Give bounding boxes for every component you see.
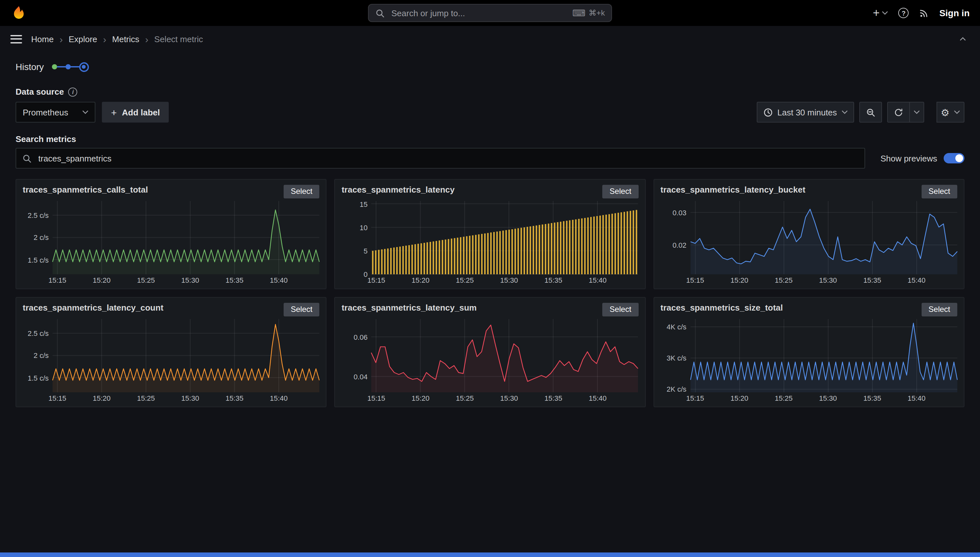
- datasource-label-row: Data source i: [16, 87, 964, 97]
- x-axis-labels: 15:1515:2015:2515:3015:3515:40: [52, 274, 320, 285]
- gear-icon: ⚙: [941, 107, 949, 117]
- time-range-picker[interactable]: Last 30 minutes: [757, 102, 854, 122]
- select-metric-button[interactable]: Select: [603, 303, 639, 316]
- breadcrumb-select-metric: Select metric: [154, 34, 203, 44]
- top-navbar: ⌨ ⌘+k + ? Sign in: [0, 0, 980, 26]
- add-label-text: Add label: [122, 107, 160, 117]
- select-metric-button[interactable]: Select: [284, 185, 320, 199]
- y-axis-labels: 2K c/s3K c/s4K c/s: [660, 319, 690, 392]
- grafana-logo[interactable]: [10, 5, 27, 21]
- info-icon[interactable]: i: [69, 87, 78, 96]
- global-search-input[interactable]: [390, 7, 567, 18]
- refresh-icon: [893, 107, 903, 117]
- metric-panel: traces_spanmetrics_latency_count Select …: [16, 297, 327, 407]
- plus-icon: +: [873, 7, 880, 19]
- breadcrumb-home[interactable]: Home: [31, 34, 54, 44]
- add-label-button[interactable]: + Add label: [102, 102, 169, 122]
- y-axis-labels: 1.5 c/s2 c/s2.5 c/s: [23, 319, 52, 392]
- show-previews-toggle[interactable]: [944, 153, 964, 163]
- history-node-current-icon[interactable]: [79, 62, 88, 72]
- zoom-out-time-button[interactable]: [859, 102, 882, 122]
- x-axis-labels: 15:1515:2015:2515:3015:3515:40: [690, 274, 957, 285]
- new-button[interactable]: +: [873, 7, 888, 19]
- datasource-picker[interactable]: Prometheus: [16, 102, 95, 122]
- time-controls: Last 30 minutes: [757, 102, 964, 122]
- time-range-label: Last 30 minutes: [777, 107, 837, 117]
- history-label: History: [16, 62, 44, 72]
- select-metric-button[interactable]: Select: [603, 185, 639, 199]
- settings-group: ⚙: [937, 102, 964, 122]
- select-metric-button[interactable]: Select: [921, 303, 957, 316]
- search-icon: [22, 153, 32, 163]
- y-axis-labels: 0.040.06: [342, 319, 372, 392]
- x-axis-labels: 15:1515:2015:2515:3015:3515:40: [690, 392, 957, 403]
- breadcrumb-separator-icon: ›: [145, 34, 148, 44]
- metrics-grid: traces_spanmetrics_calls_total Select 1.…: [16, 179, 964, 407]
- x-axis-labels: 15:1515:2015:2515:3015:3515:40: [372, 274, 639, 285]
- panel-title: traces_spanmetrics_latency_sum: [342, 303, 477, 313]
- y-axis-labels: 051015: [342, 201, 372, 274]
- search-icon: [375, 8, 385, 18]
- metrics-search-box[interactable]: [16, 148, 865, 169]
- refresh-interval-button[interactable]: [909, 102, 924, 122]
- metric-panel: traces_spanmetrics_latency_sum Select 0.…: [335, 297, 646, 407]
- zoom-out-icon: [866, 107, 875, 117]
- y-axis-labels: 0.020.03: [660, 201, 690, 274]
- bottom-accent-strip: [0, 552, 980, 557]
- main-content: History Data source i Prometheus: [0, 52, 980, 407]
- refresh-button[interactable]: [887, 102, 910, 122]
- breadcrumb-bar: Home › Explore › Metrics › Select metric: [0, 26, 980, 52]
- metrics-search-input[interactable]: [37, 153, 858, 164]
- history-node-middle-icon[interactable]: [65, 64, 70, 69]
- panel-title: traces_spanmetrics_latency: [342, 185, 455, 194]
- history-connector: [70, 66, 79, 67]
- search-shortcut: ⌨ ⌘+k: [572, 8, 605, 18]
- y-axis-labels: 1.5 c/s2 c/s2.5 c/s: [23, 201, 52, 274]
- shortcut-label: ⌘+k: [589, 8, 605, 18]
- settings-button[interactable]: ⚙: [936, 102, 964, 122]
- breadcrumb-explore[interactable]: Explore: [69, 34, 97, 44]
- panel-title: traces_spanmetrics_latency_bucket: [660, 185, 805, 194]
- panel-title: traces_spanmetrics_calls_total: [23, 185, 148, 194]
- topbar-actions: + ? Sign in: [873, 7, 970, 19]
- keyboard-icon: ⌨: [572, 8, 585, 18]
- menu-toggle-button[interactable]: [10, 35, 22, 43]
- breadcrumb-separator-icon: ›: [59, 34, 63, 44]
- history-node-start-icon[interactable]: [52, 64, 57, 69]
- panel-title: traces_spanmetrics_size_total: [660, 303, 783, 313]
- show-previews-control: Show previews: [880, 153, 964, 163]
- select-metric-button[interactable]: Select: [284, 303, 320, 316]
- x-axis-labels: 15:1515:2015:2515:3015:3515:40: [372, 392, 639, 403]
- chevron-down-icon: [882, 11, 888, 15]
- global-search[interactable]: ⌨ ⌘+k: [368, 4, 612, 22]
- help-icon: ?: [898, 8, 909, 18]
- datasource-controls: Prometheus + Add label: [16, 102, 169, 122]
- breadcrumb-separator-icon: ›: [103, 34, 106, 44]
- collapse-header-button[interactable]: [956, 36, 970, 41]
- help-button[interactable]: ?: [898, 8, 909, 18]
- history-timeline[interactable]: [52, 62, 88, 72]
- sign-in-link[interactable]: Sign in: [939, 8, 970, 18]
- controls-row: Prometheus + Add label Last 30 minut: [16, 102, 964, 122]
- grafana-app: ⌨ ⌘+k + ? Sign in: [0, 0, 980, 557]
- plus-icon: +: [111, 107, 117, 117]
- chevron-down-icon: [841, 110, 847, 114]
- chevron-down-icon: [954, 110, 960, 114]
- datasource-value: Prometheus: [23, 107, 68, 117]
- select-metric-button[interactable]: Select: [921, 185, 957, 199]
- search-metrics-label: Search metrics: [16, 134, 964, 144]
- chart-plot: [52, 319, 320, 392]
- x-axis-labels: 15:1515:2015:2515:3015:3515:40: [52, 392, 320, 403]
- chevron-down-icon: [82, 110, 88, 114]
- grafana-flame-icon: [11, 5, 27, 21]
- panel-title: traces_spanmetrics_latency_count: [23, 303, 163, 313]
- show-previews-label: Show previews: [880, 153, 937, 163]
- history-row: History: [16, 60, 964, 74]
- news-button[interactable]: [919, 8, 929, 18]
- chart-plot: [690, 201, 957, 274]
- breadcrumb: Home › Explore › Metrics › Select metric: [31, 34, 203, 44]
- history-connector: [57, 66, 65, 67]
- breadcrumb-metrics[interactable]: Metrics: [112, 34, 140, 44]
- chevron-down-icon: [913, 110, 919, 114]
- refresh-group: [887, 102, 924, 122]
